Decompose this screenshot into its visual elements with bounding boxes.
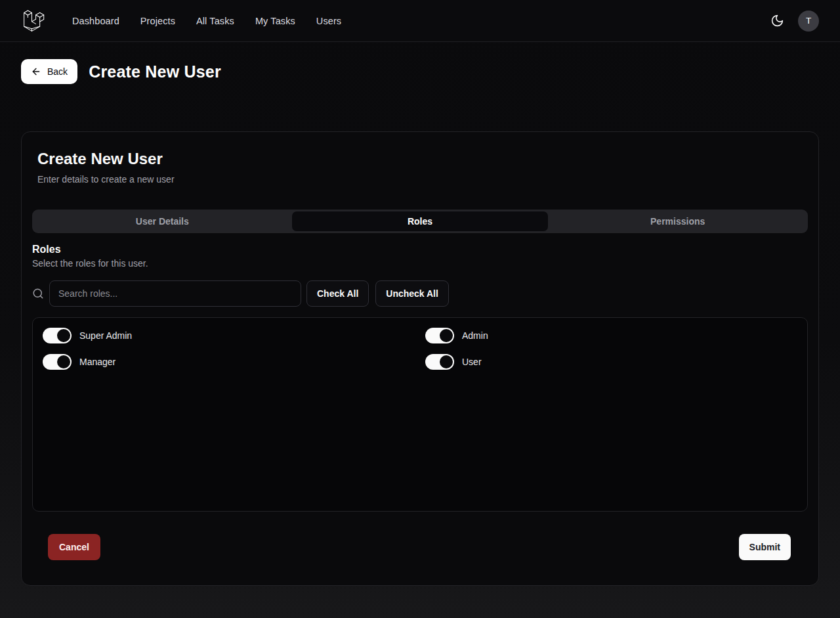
page-header: Back Create New User <box>0 42 840 84</box>
submit-button[interactable]: Submit <box>739 534 791 560</box>
card-content: User Details Roles Permissions Roles Sel… <box>22 210 818 560</box>
role-toggle-super-admin[interactable] <box>43 328 72 343</box>
role-toggle-user[interactable] <box>425 354 454 370</box>
avatar-initial: T <box>806 16 811 26</box>
role-toggle-admin[interactable] <box>425 328 454 343</box>
role-item-user: User <box>425 354 797 370</box>
roles-toolbar: Check All Uncheck All <box>32 280 808 307</box>
toggle-knob <box>440 329 453 342</box>
navbar-right: T <box>765 9 819 33</box>
role-item-admin: Admin <box>425 328 797 343</box>
roles-panel: Super Admin Admin Manager User <box>32 317 808 512</box>
card-subtitle: Enter details to create a new user <box>37 173 803 186</box>
laravel-logo-icon <box>24 10 45 32</box>
top-navbar: Dashboard Projects All Tasks My Tasks Us… <box>0 0 840 42</box>
card-header: Create New User Enter details to create … <box>22 132 818 186</box>
create-user-card: Create New User Enter details to create … <box>21 131 819 586</box>
cancel-button[interactable]: Cancel <box>48 534 100 560</box>
roles-section-title: Roles <box>32 242 808 257</box>
nav-link-my-tasks[interactable]: My Tasks <box>255 16 295 26</box>
tab-user-details[interactable]: User Details <box>34 211 291 231</box>
navbar-left: Dashboard Projects All Tasks My Tasks Us… <box>24 10 341 32</box>
user-avatar[interactable]: T <box>798 11 819 32</box>
tab-permissions[interactable]: Permissions <box>549 211 806 231</box>
tab-bar: User Details Roles Permissions <box>32 210 808 233</box>
nav-links: Dashboard Projects All Tasks My Tasks Us… <box>72 16 341 26</box>
role-label[interactable]: Super Admin <box>79 330 132 341</box>
nav-link-projects[interactable]: Projects <box>140 16 175 26</box>
uncheck-all-button[interactable]: Uncheck All <box>375 280 449 307</box>
tab-roles[interactable]: Roles <box>292 211 549 231</box>
role-label[interactable]: User <box>462 357 482 367</box>
dark-mode-toggle-button[interactable] <box>765 9 789 33</box>
nav-link-all-tasks[interactable]: All Tasks <box>196 16 234 26</box>
toggle-knob <box>440 355 453 368</box>
back-button[interactable]: Back <box>21 59 77 84</box>
toggle-knob <box>57 355 70 368</box>
back-button-label: Back <box>47 66 68 77</box>
nav-link-dashboard[interactable]: Dashboard <box>72 16 119 26</box>
moon-icon <box>770 14 784 28</box>
arrow-left-icon <box>31 66 41 77</box>
roles-section-description: Select the roles for this user. <box>32 257 808 270</box>
role-item-manager: Manager <box>43 354 415 370</box>
role-label[interactable]: Admin <box>462 330 488 341</box>
search-icon <box>32 288 44 299</box>
role-item-super-admin: Super Admin <box>43 328 415 343</box>
card-title: Create New User <box>37 148 803 170</box>
check-all-button[interactable]: Check All <box>306 280 369 307</box>
search-roles-input[interactable] <box>49 280 301 307</box>
main-content: Create New User Enter details to create … <box>0 131 840 586</box>
card-footer: Cancel Submit <box>32 534 808 560</box>
toggle-knob <box>57 329 70 342</box>
role-toggle-manager[interactable] <box>43 354 72 370</box>
nav-link-users[interactable]: Users <box>316 16 341 26</box>
role-label[interactable]: Manager <box>79 357 116 367</box>
page-title: Create New User <box>89 62 221 81</box>
